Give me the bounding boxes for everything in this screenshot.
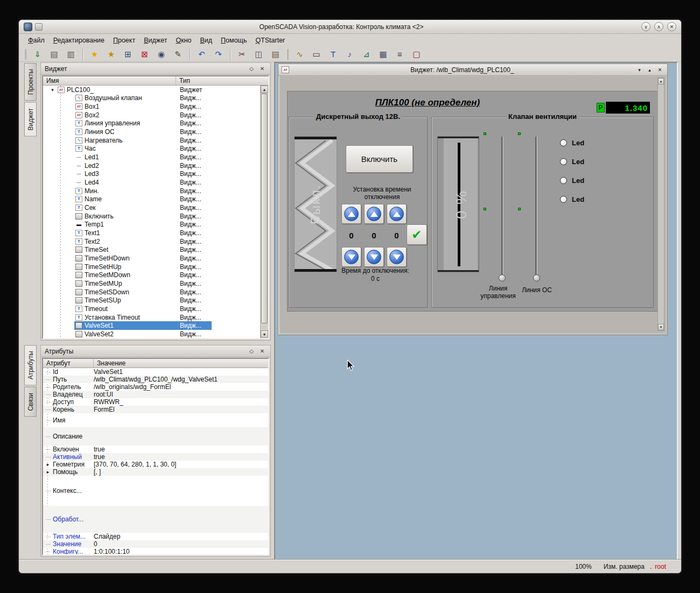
window-titlebar[interactable]: OpenSCADA Vision-разработка: Контроль кл… [19, 20, 681, 34]
menu-item-edit[interactable]: Редактирование [50, 35, 108, 46]
tree-item[interactable]: ∿Воздушный клапанВидж... [43, 94, 260, 103]
close-button[interactable]: ✕ [667, 22, 676, 31]
document-widget-button[interactable]: ≡ [392, 48, 408, 61]
tree-item[interactable]: —Led4Видж... [43, 178, 260, 187]
toolbar-handle-2[interactable] [286, 49, 289, 60]
menu-item-window[interactable]: Окно [172, 35, 195, 46]
tree-item[interactable]: TЛиния управленияВидж... [43, 119, 260, 128]
minutes-down-button[interactable] [364, 247, 384, 267]
attr-column-name[interactable]: Атрибут [43, 359, 94, 368]
tree-item[interactable]: TText1Видж... [43, 229, 260, 237]
attribute-row[interactable]: Включенtrue [43, 446, 268, 453]
tree-item[interactable]: TimeSetSDownВидж... [43, 288, 260, 296]
tree-item[interactable]: TimeSetHDownВидж... [43, 254, 260, 263]
box-widget-button[interactable]: ▢ [409, 48, 424, 61]
scroll-down-icon[interactable]: ▼ [261, 330, 268, 338]
maximize-button[interactable]: ∧ [654, 22, 663, 31]
menu-item-qtstarter[interactable]: QTStarter [251, 35, 289, 46]
close-panel-icon[interactable]: ✕ [258, 65, 267, 73]
close-panel-icon[interactable]: ✕ [258, 347, 267, 356]
menu-item-widget[interactable]: Виджет [140, 35, 171, 46]
side-tab-widget[interactable]: Виджет [24, 102, 37, 137]
side-tab-projects[interactable]: Проекты [24, 63, 37, 101]
seconds-down-button[interactable] [387, 247, 407, 267]
apply-time-button[interactable]: ✔ [407, 224, 427, 245]
media-widget-button[interactable]: ♪ [342, 48, 358, 61]
attribute-row[interactable]: ДоступRWRWR_ [43, 398, 268, 406]
tree-item[interactable]: ∿НагревательВидж... [43, 136, 260, 145]
new-library-button[interactable]: ★ [103, 48, 119, 61]
visual-item-edit-button[interactable]: ✎ [170, 48, 186, 61]
visual-item-properties-button[interactable]: ◉ [153, 48, 169, 61]
attribute-row[interactable]: Обработ... [43, 506, 268, 533]
tree-item[interactable]: TСекВидж... [43, 203, 260, 212]
menu-item-help[interactable]: Помощь [217, 35, 250, 46]
side-tab-attributes[interactable]: Атрибуты [24, 345, 37, 385]
paste-button[interactable]: ▤ [268, 48, 283, 61]
tree-item[interactable]: —Led2Видж... [43, 161, 260, 170]
scroll-up-icon[interactable]: ▲ [658, 78, 664, 84]
editor-restore-icon[interactable]: ▴ [646, 66, 654, 74]
tree-item[interactable]: —Led1Видж... [43, 153, 260, 161]
attribute-row[interactable]: Тип элем...Слайдер [43, 533, 268, 540]
tree-item[interactable]: ValveSet1Видж... [43, 321, 260, 330]
protocol-widget-button[interactable]: ▦ [375, 48, 391, 61]
float-panel-icon[interactable]: ◇ [247, 65, 256, 73]
menu-item-file[interactable]: Файл [24, 35, 48, 46]
attribute-row[interactable]: ▸Геометрия[370, 70, 64, 280, 1, 1, 30, 0… [43, 461, 268, 468]
attribute-row[interactable]: Описание [43, 427, 268, 446]
side-tab-links[interactable]: Связи [24, 387, 37, 417]
tree-column-name[interactable]: Имя [43, 76, 176, 85]
switch-on-button[interactable]: Включить [346, 145, 413, 173]
led-radio-icon[interactable] [560, 158, 567, 165]
attribute-row[interactable]: Активныйtrue [43, 453, 268, 461]
tree-item[interactable]: TЛиния ОСВидж... [43, 128, 260, 136]
save-to-db-button[interactable]: ▥ [63, 48, 79, 61]
hours-up-button[interactable] [341, 204, 361, 224]
tree-item[interactable]: TЧасВидж... [43, 145, 260, 153]
load-from-db-button[interactable]: ▤ [46, 48, 62, 61]
formel-widget-button[interactable]: ▭ [309, 48, 324, 61]
undo-button[interactable]: ↶ [194, 48, 209, 61]
hours-down-button[interactable] [341, 247, 361, 267]
attributes-panel-titlebar[interactable]: Атрибуты ◇ ✕ [41, 345, 270, 357]
attribute-row[interactable]: Конфигу...1:0:100:1:10 [43, 548, 268, 554]
tree-item[interactable]: TimeSetMUpВидж... [43, 279, 260, 288]
tree-item[interactable]: TText2Видж... [43, 237, 260, 246]
tree-item[interactable]: ATBox1Видж... [43, 102, 260, 111]
attribute-row[interactable]: Родитель/wlb_originals/wdg_FormEl [43, 383, 268, 391]
attr-column-value[interactable]: Значение [94, 359, 268, 368]
tree-item[interactable]: TTimeoutВидж... [43, 305, 260, 313]
editor-scrollbar[interactable]: ▲ ▼ [657, 77, 664, 331]
minutes-up-button[interactable] [364, 204, 384, 224]
tree-item[interactable]: TNameВидж... [43, 195, 260, 204]
cut-button[interactable]: ✂ [234, 48, 250, 61]
text-widget-button[interactable]: T [325, 48, 341, 61]
attribute-row[interactable]: Путь/wlb_Climat/wdg_PLC100_/wdg_ValveSet… [43, 376, 268, 383]
tree-item[interactable]: ▬Temp1Видж... [43, 221, 260, 229]
elfigure-widget-button[interactable]: ∿ [292, 48, 307, 61]
attribute-row[interactable]: Значение0 [43, 540, 268, 548]
attribute-row[interactable]: Владелецroot:UI [43, 391, 268, 398]
seconds-up-button[interactable] [387, 204, 407, 224]
tree-item[interactable]: TimeSetHUpВидж... [43, 263, 260, 271]
attribute-row[interactable]: ▸Помощь[, ] [43, 468, 268, 476]
led-radio-icon[interactable] [560, 196, 567, 203]
led-radio-icon[interactable] [560, 139, 567, 146]
menu-item-view[interactable]: Вид [196, 35, 216, 46]
tree-item[interactable]: ValveSet2Видж... [43, 330, 260, 338]
widget-canvas[interactable]: ПЛК100 (не определен) P 1.340 Дискретный… [287, 91, 662, 312]
tree-column-type[interactable]: Тип [176, 76, 268, 85]
tree-item[interactable]: TМин.Видж... [43, 187, 260, 195]
tree-item[interactable]: ▾ATPLC100_Виджет [43, 86, 260, 94]
tree-item[interactable]: TimeSetSUpВидж... [43, 296, 260, 305]
tree-item[interactable]: —Led3Видж... [43, 170, 260, 179]
attribute-row[interactable]: Имя [43, 413, 268, 427]
widget-panel-titlebar[interactable]: Виджет ◇ ✕ [41, 63, 270, 75]
editor-close-icon[interactable]: ✕ [656, 66, 664, 74]
redo-button[interactable]: ↷ [211, 48, 226, 61]
add-visual-item-button[interactable]: ⊞ [120, 48, 136, 61]
current-user[interactable]: root [655, 563, 666, 570]
menu-item-project[interactable]: Проект [109, 35, 139, 46]
expand-arrow-icon[interactable]: ▸ [43, 469, 53, 475]
